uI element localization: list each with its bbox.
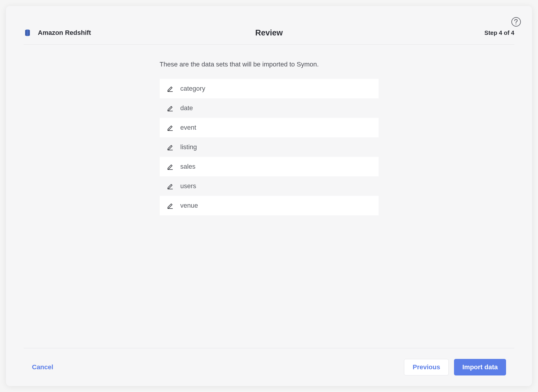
cancel-button[interactable]: Cancel [32, 363, 53, 371]
edit-icon[interactable] [166, 182, 175, 190]
dataset-list: category date [160, 79, 379, 215]
dataset-name: venue [180, 202, 198, 209]
edit-icon[interactable] [166, 84, 175, 93]
page-title: Review [255, 28, 283, 38]
edit-icon[interactable] [166, 143, 175, 151]
dataset-name: date [180, 104, 193, 112]
header-row: Amazon Redshift Review Step 4 of 4 [24, 29, 514, 45]
list-item: listing [160, 137, 379, 157]
dataset-name: users [180, 182, 196, 190]
import-data-button[interactable]: Import data [454, 359, 506, 375]
modal-content: These are the data sets that will be imp… [6, 45, 532, 348]
svg-marker-1 [25, 30, 27, 36]
dataset-name: sales [180, 163, 196, 170]
content-inner: These are the data sets that will be imp… [160, 61, 379, 215]
edit-icon[interactable] [166, 162, 175, 171]
modal-footer: Cancel Previous Import data [24, 348, 514, 386]
intro-text: These are the data sets that will be imp… [160, 61, 379, 68]
source-name: Amazon Redshift [38, 29, 91, 37]
list-item: date [160, 98, 379, 118]
modal-header: Amazon Redshift Review Step 4 of 4 [6, 6, 532, 45]
edit-icon[interactable] [166, 123, 175, 132]
redshift-icon [24, 29, 31, 37]
step-indicator: Step 4 of 4 [484, 30, 514, 36]
edit-icon[interactable] [166, 201, 175, 210]
dataset-name: category [180, 85, 205, 92]
help-icon[interactable] [511, 17, 521, 27]
import-modal: Amazon Redshift Review Step 4 of 4 These… [6, 6, 532, 386]
dataset-name: listing [180, 143, 197, 151]
header-left: Amazon Redshift [24, 29, 91, 37]
list-item: users [160, 176, 379, 196]
list-item: sales [160, 157, 379, 176]
list-item: venue [160, 196, 379, 215]
footer-right: Previous Import data [404, 359, 506, 375]
previous-button[interactable]: Previous [404, 359, 449, 375]
list-item: event [160, 118, 379, 137]
dataset-name: event [180, 124, 196, 131]
list-item: category [160, 79, 379, 98]
svg-marker-2 [27, 30, 28, 36]
edit-icon[interactable] [166, 104, 175, 112]
svg-point-0 [516, 24, 516, 25]
svg-marker-3 [28, 30, 30, 36]
